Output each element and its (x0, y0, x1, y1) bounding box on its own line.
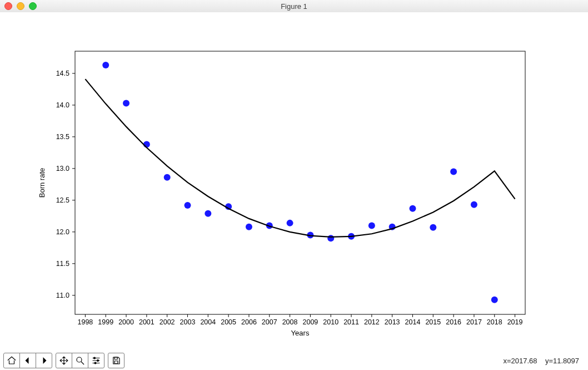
svg-point-81 (471, 201, 477, 208)
window-title: Figure 1 (0, 2, 588, 11)
matplotlib-toolbar: x=2017.68 y=11.8097 (0, 351, 588, 370)
zoom-icon (75, 356, 85, 366)
figure-canvas[interactable]: 1998199920002001200220032004200520062007… (0, 12, 588, 351)
svg-text:2019: 2019 (507, 318, 523, 326)
svg-rect-88 (114, 361, 118, 364)
pan-icon (59, 356, 69, 366)
svg-text:Years: Years (291, 329, 310, 337)
svg-text:12.5: 12.5 (56, 196, 69, 204)
svg-text:2002: 2002 (160, 318, 175, 326)
svg-text:2001: 2001 (139, 318, 155, 326)
save-icon (111, 356, 121, 366)
view-group (56, 353, 104, 368)
svg-text:2014: 2014 (405, 318, 421, 326)
svg-rect-87 (114, 357, 117, 359)
svg-point-67 (185, 202, 191, 209)
svg-text:2007: 2007 (262, 318, 277, 326)
configure-button[interactable] (88, 353, 104, 368)
svg-point-78 (410, 205, 416, 212)
window-controls (0, 2, 37, 10)
svg-point-86 (94, 362, 96, 364)
zoom-icon[interactable] (29, 2, 37, 10)
svg-text:2016: 2016 (446, 318, 461, 326)
svg-text:2006: 2006 (241, 318, 257, 326)
svg-rect-0 (75, 51, 525, 314)
svg-text:2003: 2003 (180, 318, 196, 326)
svg-text:2008: 2008 (282, 318, 298, 326)
svg-text:1998: 1998 (78, 318, 93, 326)
svg-text:2009: 2009 (303, 318, 318, 326)
svg-point-63 (102, 62, 109, 68)
back-icon (23, 356, 33, 366)
save-button[interactable] (108, 353, 124, 368)
svg-point-68 (205, 210, 211, 217)
svg-point-83 (77, 357, 82, 362)
svg-point-64 (123, 100, 129, 106)
svg-text:11.5: 11.5 (56, 260, 69, 268)
svg-text:Born rate: Born rate (38, 168, 46, 198)
svg-point-72 (287, 220, 293, 226)
save-group (108, 353, 124, 368)
chart: 1998199920002001200220032004200520062007… (0, 12, 588, 351)
close-icon[interactable] (4, 2, 12, 10)
svg-point-82 (491, 297, 498, 303)
zoom-button[interactable] (72, 353, 88, 368)
back-button[interactable] (19, 353, 36, 368)
forward-button[interactable] (36, 353, 52, 368)
svg-text:2017: 2017 (466, 318, 482, 326)
svg-point-76 (368, 222, 375, 229)
svg-text:13.0: 13.0 (56, 165, 69, 172)
home-icon (7, 356, 17, 366)
forward-icon (39, 356, 49, 366)
svg-text:2013: 2013 (385, 318, 400, 326)
svg-text:2011: 2011 (343, 318, 359, 326)
minimize-icon[interactable] (17, 2, 24, 10)
svg-point-70 (246, 224, 252, 230)
svg-text:12.0: 12.0 (56, 228, 69, 236)
svg-point-85 (97, 360, 99, 362)
cursor-coords: x=2017.68 y=11.8097 (503, 357, 585, 365)
nav-group (3, 353, 52, 368)
svg-text:2005: 2005 (221, 318, 236, 326)
svg-text:2018: 2018 (487, 318, 502, 326)
window-titlebar: Figure 1 (0, 0, 588, 13)
svg-text:2004: 2004 (200, 318, 216, 326)
svg-text:2010: 2010 (323, 318, 338, 326)
configure-icon (91, 356, 101, 366)
svg-text:2000: 2000 (118, 318, 134, 326)
home-button[interactable] (4, 353, 19, 368)
svg-text:2012: 2012 (364, 318, 380, 326)
svg-text:13.5: 13.5 (56, 133, 69, 141)
svg-text:11.0: 11.0 (56, 292, 69, 299)
svg-text:14.0: 14.0 (56, 101, 69, 109)
pan-button[interactable] (56, 353, 72, 368)
svg-point-66 (164, 174, 171, 181)
svg-point-79 (430, 224, 436, 231)
svg-text:1999: 1999 (98, 318, 113, 326)
svg-text:2015: 2015 (425, 318, 441, 326)
svg-point-80 (450, 169, 457, 175)
svg-text:14.5: 14.5 (56, 70, 69, 77)
svg-point-74 (327, 235, 334, 241)
svg-point-84 (94, 357, 96, 359)
